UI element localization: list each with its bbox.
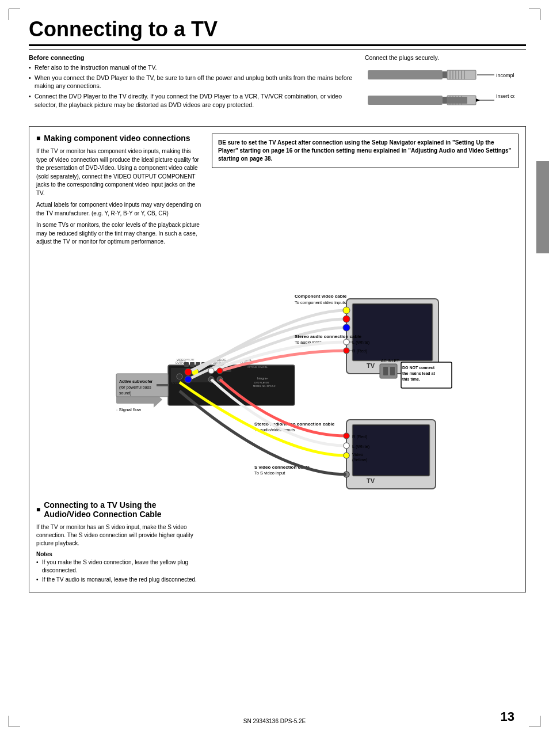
page-number: 13: [501, 709, 514, 724]
label-optical: OPTICAL COAXIAL: [247, 366, 268, 368]
section1-heading: Making component video connections: [36, 134, 203, 143]
comp-to-label: To component video inputs: [295, 300, 346, 305]
sub-label2: (for powerful bass: [119, 385, 151, 390]
plug-r-player: [185, 368, 192, 375]
plug-b-tv: [343, 324, 350, 331]
plug-l-player: [208, 368, 214, 374]
bc-bullet1: Refer also to the instruction manual of …: [29, 63, 353, 72]
note1: If you make the S video connection, leav…: [36, 559, 203, 575]
corner-mark-tl: [9, 9, 20, 20]
sub-label3: sound): [119, 391, 131, 396]
l-white-label: L (White): [352, 340, 370, 345]
notes-heading: Notes: [36, 551, 203, 557]
warning-box: BE sure to set the TV Aspect after conne…: [212, 134, 518, 168]
plug-r-tv2: [344, 348, 349, 354]
do-not-text3: this time.: [402, 377, 420, 381]
ac-socket2: [390, 367, 395, 375]
connector-svg: Incomplete Insert compl: [365, 66, 514, 117]
sub-label1: Active subwoofer: [119, 379, 153, 383]
cable-end-incomplete: [443, 71, 447, 78]
section1-left: Making component video connections If th…: [36, 134, 203, 250]
r-red-bottom: R (Red): [352, 434, 368, 439]
label-video: VIDEO: [174, 378, 181, 381]
bc-left: Before connecting Refer also to the inst…: [29, 54, 353, 117]
bc-list: Refer also to the instruction manual of …: [29, 63, 353, 109]
do-not-text1: DO NOT connect: [402, 366, 435, 370]
ac-inlet-label: AC INLET: [381, 359, 399, 363]
corner-mark-tr: [529, 9, 540, 20]
stereo-cable-label: Stereo audio connection cable: [295, 334, 362, 339]
section1-right: BE sure to set the TV Aspect after conne…: [212, 134, 518, 250]
section1-body2: Actual labels for component video inputs…: [36, 201, 203, 218]
ac-socket1: [383, 367, 388, 375]
section2-content: Connecting to a TV Using the Audio/Video…: [36, 500, 518, 585]
plug-b-player: [185, 376, 192, 383]
section1-content: Making component video connections If th…: [36, 134, 518, 250]
title-divider: [29, 49, 526, 50]
before-connecting-section: Before connecting Refer also to the inst…: [29, 54, 526, 117]
main-svg: Integra+ DVD PLAYER MODEL NO. DPS-5.2 VI…: [36, 253, 518, 495]
main-diagram: Integra+ DVD PLAYER MODEL NO. DPS-5.2 VI…: [36, 253, 518, 495]
label-incomplete: Incomplete: [496, 73, 514, 78]
bc-bullet-right: Connect the plugs securely.: [365, 54, 439, 61]
cable-end-complete: [443, 97, 447, 104]
plug-av-l: [344, 443, 349, 449]
tv-label-bottom: TV: [367, 477, 375, 484]
page: Connecting to a TV Before connecting Ref…: [0, 0, 549, 756]
plug-av-vid: [344, 453, 349, 458]
port2: [190, 362, 195, 367]
footer: SN 29343136 DPS-5.2E: [0, 718, 549, 724]
section2-body1: If the TV or monitor has an S video inpu…: [36, 523, 203, 548]
bc-bullet2: When you connect the DVD Player to the T…: [29, 74, 353, 90]
footer-text: SN 29343136 DPS-5.2E: [243, 718, 306, 724]
plug-r-player2: [217, 368, 223, 374]
bc-bullet3: Connect the DVD Player to the TV directl…: [29, 92, 353, 109]
plug-l-tv: [344, 339, 349, 345]
video-yellow2: (Yellow): [352, 457, 368, 462]
cable-complete: [368, 96, 443, 105]
plug-r-tv: [343, 316, 350, 322]
tv-label-top: TV: [367, 362, 375, 369]
player-text3: MODEL NO. DPS-5.2: [253, 385, 276, 388]
svideo-to-label: To S video input: [254, 470, 285, 476]
note2: If the TV audio is monaural, leave the r…: [36, 576, 203, 584]
bc-heading: Before connecting: [29, 54, 353, 61]
label-video-out2: OUTPUT: [176, 362, 186, 364]
plug-av-r: [344, 433, 349, 439]
player-text1: Integra+: [257, 377, 268, 380]
r-red-label: R (Red): [352, 348, 368, 354]
section1-body1: If the TV or monitor has component video…: [36, 147, 203, 197]
cable-incomplete: [368, 70, 443, 79]
connector-diagram: Incomplete Insert compl: [365, 66, 526, 117]
bc-right: Connect the plugs securely.: [365, 54, 526, 117]
main-box: Making component video connections If th…: [29, 126, 526, 592]
label-rs232: RS-232: [186, 358, 195, 361]
plug-y-tv: [343, 307, 350, 314]
signal-flow-label: : Signal flow: [116, 407, 141, 412]
tv-screen-bottom-inner: [353, 426, 429, 475]
video-yellow: Video: [352, 452, 363, 457]
label-insert-text: Insert completely: [496, 93, 514, 99]
section2-left: Connecting to a TV Using the Audio/Video…: [36, 500, 203, 585]
notes-list: If you make the S video connection, leav…: [36, 559, 203, 584]
section2-heading: Connecting to a TV Using the Audio/Video…: [36, 500, 203, 519]
bc-right-text: Connect the plugs securely.: [365, 54, 526, 61]
page-title: Connecting to a TV: [29, 17, 526, 46]
section1-body3: In some TVs or monitors, the color level…: [36, 221, 203, 246]
l-white-bottom: L (White): [352, 444, 370, 449]
comp-cable-label: Component video cable: [295, 294, 347, 299]
player-text2: DVD PLAYER: [254, 381, 269, 384]
side-tab: [536, 161, 549, 253]
do-not-text2: the mains lead at: [402, 371, 435, 375]
arrow-insert: [476, 98, 480, 102]
plug-inserted: [447, 97, 467, 104]
